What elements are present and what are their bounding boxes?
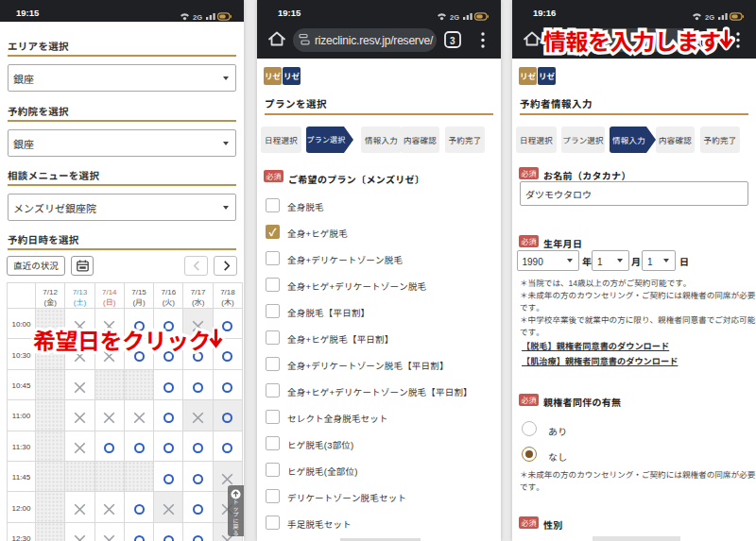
svg-text:rizeclinic.resv.jp/reserve/: rizeclinic.resv.jp/reserve/ (315, 34, 434, 47)
svg-text:2G: 2G (193, 11, 202, 22)
svg-text:2G: 2G (705, 11, 714, 22)
svg-text:3: 3 (450, 33, 455, 47)
svg-text:2G: 2G (450, 11, 459, 22)
